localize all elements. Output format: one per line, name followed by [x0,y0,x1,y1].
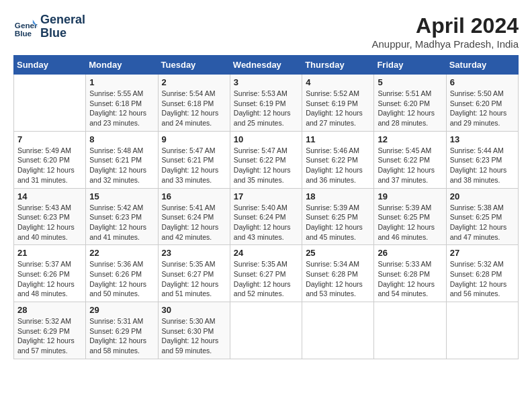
calendar-week-row: 21Sunrise: 5:37 AM Sunset: 6:26 PM Dayli… [14,245,519,302]
day-info: Sunrise: 5:33 AM Sunset: 6:28 PM Dayligh… [378,259,442,299]
title-area: April 2024 Anuppur, Madhya Pradesh, Indi… [372,13,519,50]
day-info: Sunrise: 5:30 AM Sunset: 6:30 PM Dayligh… [162,316,226,356]
day-info: Sunrise: 5:44 AM Sunset: 6:23 PM Dayligh… [450,146,515,185]
day-info: Sunrise: 5:55 AM Sunset: 6:18 PM Dayligh… [89,89,154,128]
day-info: Sunrise: 5:48 AM Sunset: 6:21 PM Dayligh… [89,146,154,185]
day-number: 11 [306,134,370,144]
day-number: 2 [162,77,226,87]
weekday-header: Tuesday [158,56,230,75]
calendar-cell [446,302,518,359]
calendar-cell: 3Sunrise: 5:53 AM Sunset: 6:19 PM Daylig… [230,75,302,132]
day-number: 5 [378,77,442,87]
day-number: 29 [89,305,154,315]
svg-text:Blue: Blue [15,29,32,38]
calendar-cell: 4Sunrise: 5:52 AM Sunset: 6:19 PM Daylig… [302,75,374,132]
day-info: Sunrise: 5:47 AM Sunset: 6:21 PM Dayligh… [162,146,226,185]
calendar-cell: 18Sunrise: 5:39 AM Sunset: 6:25 PM Dayli… [302,188,374,245]
calendar-cell: 2Sunrise: 5:54 AM Sunset: 6:18 PM Daylig… [158,75,230,132]
day-info: Sunrise: 5:39 AM Sunset: 6:25 PM Dayligh… [378,203,442,242]
day-info: Sunrise: 5:32 AM Sunset: 6:28 PM Dayligh… [450,259,515,299]
calendar-cell [14,75,86,132]
day-info: Sunrise: 5:54 AM Sunset: 6:18 PM Dayligh… [162,89,226,128]
calendar-cell: 26Sunrise: 5:33 AM Sunset: 6:28 PM Dayli… [374,245,446,302]
weekday-header: Saturday [446,56,518,75]
month-title: April 2024 [372,13,519,38]
calendar-cell [374,302,446,359]
day-info: Sunrise: 5:38 AM Sunset: 6:25 PM Dayligh… [450,203,515,242]
calendar-cell: 29Sunrise: 5:31 AM Sunset: 6:29 PM Dayli… [86,302,158,359]
calendar-cell: 24Sunrise: 5:35 AM Sunset: 6:27 PM Dayli… [230,245,302,302]
calendar-table: SundayMondayTuesdayWednesdayThursdayFrid… [13,55,519,359]
weekday-header: Friday [374,56,446,75]
day-info: Sunrise: 5:47 AM Sunset: 6:22 PM Dayligh… [234,146,298,185]
calendar-cell: 21Sunrise: 5:37 AM Sunset: 6:26 PM Dayli… [14,245,86,302]
calendar-cell: 14Sunrise: 5:43 AM Sunset: 6:23 PM Dayli… [14,188,86,245]
day-number: 23 [162,248,226,258]
logo: General Blue General Blue [13,13,85,40]
logo-text: General Blue [40,13,85,40]
day-info: Sunrise: 5:43 AM Sunset: 6:23 PM Dayligh… [17,203,82,242]
day-number: 16 [162,191,226,201]
calendar-cell: 30Sunrise: 5:30 AM Sunset: 6:30 PM Dayli… [158,302,230,359]
calendar-cell [230,302,302,359]
day-number: 20 [450,191,515,201]
calendar-cell: 6Sunrise: 5:50 AM Sunset: 6:20 PM Daylig… [446,75,518,132]
calendar-header: SundayMondayTuesdayWednesdayThursdayFrid… [14,56,519,75]
calendar-cell: 13Sunrise: 5:44 AM Sunset: 6:23 PM Dayli… [446,131,518,188]
day-number: 28 [17,305,82,315]
day-number: 18 [306,191,370,201]
calendar-cell: 22Sunrise: 5:36 AM Sunset: 6:26 PM Dayli… [86,245,158,302]
day-info: Sunrise: 5:37 AM Sunset: 6:26 PM Dayligh… [17,259,82,299]
day-number: 17 [234,191,298,201]
weekday-header: Wednesday [230,56,302,75]
day-info: Sunrise: 5:39 AM Sunset: 6:25 PM Dayligh… [306,203,370,242]
day-info: Sunrise: 5:40 AM Sunset: 6:24 PM Dayligh… [234,203,298,242]
calendar-week-row: 14Sunrise: 5:43 AM Sunset: 6:23 PM Dayli… [14,188,519,245]
weekday-header: Thursday [302,56,374,75]
day-info: Sunrise: 5:35 AM Sunset: 6:27 PM Dayligh… [162,259,226,299]
day-number: 26 [378,248,442,258]
page-header: General Blue General Blue April 2024 Anu… [13,13,519,50]
day-number: 19 [378,191,442,201]
day-info: Sunrise: 5:41 AM Sunset: 6:24 PM Dayligh… [162,203,226,242]
calendar-cell: 23Sunrise: 5:35 AM Sunset: 6:27 PM Dayli… [158,245,230,302]
calendar-week-row: 1Sunrise: 5:55 AM Sunset: 6:18 PM Daylig… [14,75,519,132]
calendar-cell: 17Sunrise: 5:40 AM Sunset: 6:24 PM Dayli… [230,188,302,245]
day-number: 9 [162,134,226,144]
day-number: 7 [17,134,82,144]
day-number: 24 [234,248,298,258]
calendar-cell: 15Sunrise: 5:42 AM Sunset: 6:23 PM Dayli… [86,188,158,245]
weekday-header: Monday [86,56,158,75]
calendar-cell: 5Sunrise: 5:51 AM Sunset: 6:20 PM Daylig… [374,75,446,132]
day-info: Sunrise: 5:46 AM Sunset: 6:22 PM Dayligh… [306,146,370,185]
calendar-cell: 28Sunrise: 5:32 AM Sunset: 6:29 PM Dayli… [14,302,86,359]
day-info: Sunrise: 5:35 AM Sunset: 6:27 PM Dayligh… [234,259,298,299]
day-info: Sunrise: 5:52 AM Sunset: 6:19 PM Dayligh… [306,89,370,128]
day-info: Sunrise: 5:36 AM Sunset: 6:26 PM Dayligh… [89,259,154,299]
day-info: Sunrise: 5:49 AM Sunset: 6:20 PM Dayligh… [17,146,82,185]
calendar-cell: 9Sunrise: 5:47 AM Sunset: 6:21 PM Daylig… [158,131,230,188]
day-number: 25 [306,248,370,258]
day-number: 1 [89,77,154,87]
weekday-header: Sunday [14,56,86,75]
calendar-cell: 20Sunrise: 5:38 AM Sunset: 6:25 PM Dayli… [446,188,518,245]
day-info: Sunrise: 5:50 AM Sunset: 6:20 PM Dayligh… [450,89,515,128]
day-number: 13 [450,134,515,144]
calendar-cell: 27Sunrise: 5:32 AM Sunset: 6:28 PM Dayli… [446,245,518,302]
day-info: Sunrise: 5:51 AM Sunset: 6:20 PM Dayligh… [378,89,442,128]
calendar-week-row: 7Sunrise: 5:49 AM Sunset: 6:20 PM Daylig… [14,131,519,188]
logo-icon: General Blue [13,15,38,39]
calendar-cell: 8Sunrise: 5:48 AM Sunset: 6:21 PM Daylig… [86,131,158,188]
day-number: 15 [89,191,154,201]
calendar-week-row: 28Sunrise: 5:32 AM Sunset: 6:29 PM Dayli… [14,302,519,359]
day-number: 8 [89,134,154,144]
day-number: 3 [234,77,298,87]
calendar-cell: 12Sunrise: 5:45 AM Sunset: 6:22 PM Dayli… [374,131,446,188]
calendar-cell: 19Sunrise: 5:39 AM Sunset: 6:25 PM Dayli… [374,188,446,245]
calendar-cell [302,302,374,359]
day-info: Sunrise: 5:53 AM Sunset: 6:19 PM Dayligh… [234,89,298,128]
calendar-cell: 1Sunrise: 5:55 AM Sunset: 6:18 PM Daylig… [86,75,158,132]
day-number: 21 [17,248,82,258]
day-info: Sunrise: 5:34 AM Sunset: 6:28 PM Dayligh… [306,259,370,299]
calendar-cell: 25Sunrise: 5:34 AM Sunset: 6:28 PM Dayli… [302,245,374,302]
